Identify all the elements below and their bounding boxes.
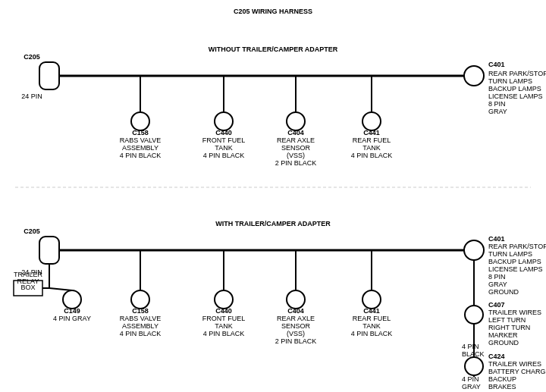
c404-bot-line4: 2 PIN BLACK bbox=[275, 337, 317, 345]
c407-line3: RIGHT TURN bbox=[488, 324, 530, 331]
c158-bot-line2: ASSEMBLY bbox=[122, 322, 158, 330]
c424-line4: BRAKES bbox=[488, 383, 516, 390]
c424-pin2: GRAY bbox=[462, 383, 481, 390]
c158-top-label: C158 bbox=[132, 129, 149, 136]
c440-bot-line2: TANK bbox=[215, 322, 232, 330]
c441-top-line1: REAR FUEL bbox=[353, 136, 391, 144]
c205-bot-label: C205 bbox=[24, 227, 40, 235]
c401-bot-line1: REAR PARK/STOP bbox=[488, 243, 546, 250]
c158-bot-line1: RABS VALVE bbox=[120, 315, 162, 322]
svg-point-22 bbox=[465, 357, 483, 375]
page-title: C205 WIRING HARNESS bbox=[234, 8, 312, 15]
svg-point-30 bbox=[362, 290, 381, 309]
c401-top-line1: REAR PARK/STOP bbox=[488, 70, 546, 77]
c424-pin1: 4 PIN bbox=[462, 375, 479, 383]
diagram-container: C205 WIRING HARNESS WITHOUT TRAILER/CAMP… bbox=[0, 0, 546, 392]
c158-top-line2: ASSEMBLY bbox=[122, 144, 158, 152]
c404-top-line1: REAR AXLE bbox=[277, 136, 315, 144]
c158-bot-line3: 4 PIN BLACK bbox=[120, 330, 162, 337]
c407-line4: MARKER bbox=[488, 331, 518, 339]
c440-bot-line3: 4 PIN BLACK bbox=[203, 330, 245, 337]
svg-rect-1 bbox=[39, 62, 59, 89]
c441-bot-label: C441 bbox=[363, 307, 380, 315]
svg-point-26 bbox=[215, 290, 233, 309]
c404-bot-label: C404 bbox=[287, 307, 304, 315]
c149-label: C149 bbox=[64, 307, 80, 315]
c407-line1: TRAILER WIRES bbox=[488, 309, 541, 316]
c401-top-line3: BACKUP LAMPS bbox=[488, 85, 541, 93]
c401-top-label: C401 bbox=[488, 61, 505, 68]
c404-top-line3: (VSS) bbox=[287, 152, 305, 159]
c401-bot-line2: TURN LAMPS bbox=[488, 250, 532, 258]
top-section-label: WITHOUT TRAILER/CAMPER ADAPTER bbox=[209, 45, 338, 53]
c407-line2: LEFT TURN bbox=[488, 316, 526, 324]
c404-top-label: C404 bbox=[287, 129, 304, 136]
c407-line5: GROUND bbox=[488, 339, 519, 347]
svg-point-8 bbox=[287, 112, 305, 130]
svg-point-6 bbox=[215, 112, 233, 130]
c401-bot-line7: GROUND bbox=[488, 288, 519, 296]
c440-top-line2: TANK bbox=[215, 144, 232, 152]
c404-bot-line2: SENSOR bbox=[281, 322, 311, 330]
c441-bot-line1: REAR FUEL bbox=[353, 315, 391, 322]
c401-bot-label: C401 bbox=[488, 235, 505, 243]
c401-bot-line6: GRAY bbox=[488, 281, 507, 288]
c149-pin: 4 PIN GRAY bbox=[53, 315, 91, 322]
c158-top-line3: 4 PIN BLACK bbox=[120, 152, 162, 159]
c440-bot-label: C440 bbox=[215, 307, 232, 315]
c401-top-line2: TURN LAMPS bbox=[488, 77, 532, 85]
svg-point-4 bbox=[131, 112, 149, 130]
c401-bot-line4: LICENSE LAMPS bbox=[488, 265, 543, 273]
svg-rect-13 bbox=[39, 237, 59, 264]
c441-top-line3: 4 PIN BLACK bbox=[351, 152, 393, 159]
svg-point-21 bbox=[465, 306, 483, 324]
svg-point-28 bbox=[287, 290, 305, 309]
c158-bot-label: C158 bbox=[132, 307, 149, 315]
c401-bot-line5: 8 PIN bbox=[488, 273, 506, 281]
c441-bot-line3: 4 PIN BLACK bbox=[351, 330, 393, 337]
c401-bot-line3: BACKUP LAMPS bbox=[488, 258, 541, 265]
c401-top-line5: 8 PIN bbox=[488, 100, 506, 108]
c404-top-line2: SENSOR bbox=[281, 144, 311, 152]
c424-line3: BACKUP bbox=[488, 375, 516, 383]
bottom-section-label: WITH TRAILER/CAMPER ADAPTER bbox=[215, 220, 331, 227]
svg-line-18 bbox=[49, 288, 72, 290]
c407-pin1: 4 PIN bbox=[462, 343, 479, 350]
c158-top-line1: RABS VALVE bbox=[120, 136, 162, 144]
c401-top-line4: LICENSE LAMPS bbox=[488, 93, 543, 100]
trailer-relay-box-label3: BOX bbox=[20, 284, 35, 291]
c404-bot-line1: REAR AXLE bbox=[277, 315, 315, 322]
c424-line1: TRAILER WIRES bbox=[488, 360, 541, 368]
c205-top-label: C205 bbox=[24, 53, 40, 61]
c441-top-line2: TANK bbox=[362, 144, 380, 152]
c407-label: C407 bbox=[488, 301, 505, 309]
c404-bot-line3: (VSS) bbox=[287, 330, 305, 337]
c401-top-line6: GRAY bbox=[488, 108, 507, 115]
c205-top-pin: 24 PIN bbox=[21, 93, 42, 100]
c440-top-line3: 4 PIN BLACK bbox=[203, 152, 245, 159]
c424-label: C424 bbox=[488, 353, 505, 360]
svg-point-10 bbox=[362, 112, 381, 130]
c441-bot-line2: TANK bbox=[362, 322, 380, 330]
svg-point-17 bbox=[63, 290, 81, 309]
svg-point-24 bbox=[131, 290, 149, 309]
c440-bot-line1: FRONT FUEL bbox=[202, 315, 245, 322]
svg-point-2 bbox=[464, 66, 484, 86]
c440-top-label: C440 bbox=[215, 129, 232, 136]
c440-top-line1: FRONT FUEL bbox=[202, 136, 245, 144]
svg-point-19 bbox=[464, 240, 484, 260]
c404-top-line4: 2 PIN BLACK bbox=[275, 159, 317, 167]
c441-top-label: C441 bbox=[363, 129, 380, 136]
c424-line2: BATTERY CHARGE bbox=[488, 368, 546, 375]
